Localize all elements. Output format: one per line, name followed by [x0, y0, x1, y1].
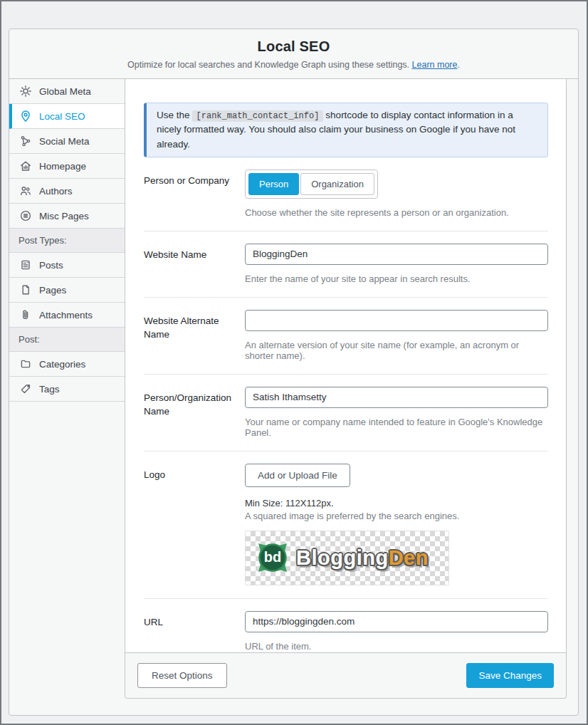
field-label: Person or Company	[144, 169, 245, 218]
sidebar-item-homepage[interactable]: Homepage	[9, 154, 125, 179]
sidebar-item-label: Attachments	[39, 310, 93, 320]
tag-icon	[19, 382, 33, 395]
organization-toggle-button[interactable]: Organization	[300, 173, 374, 195]
home-icon	[19, 160, 33, 172]
field-label: Logo	[144, 464, 245, 585]
person-org-name-input[interactable]	[245, 387, 548, 408]
sidebar-item-label: Categories	[39, 359, 85, 370]
learn-more-link[interactable]: Learn more	[412, 60, 458, 70]
logo-preview-image: bd BloggingDen	[245, 531, 449, 585]
website-alternate-name-row: Website Alternate Name An alternate vers…	[144, 298, 548, 374]
sidebar-item-authors[interactable]: Authors	[9, 179, 125, 204]
settings-footer: Reset Options Save Changes	[125, 652, 566, 698]
sidebar-item-label: Global Meta	[39, 86, 91, 97]
users-icon	[19, 184, 33, 197]
reset-options-button[interactable]: Reset Options	[137, 663, 227, 688]
settings-panel: Use the[rank_math_contact_info]shortcode…	[125, 79, 567, 699]
sidebar-item-label: Social Meta	[39, 136, 90, 147]
field-description: Your name or company name intended to fe…	[245, 417, 548, 438]
person-org-name-row: Person/Organization Name Your name or co…	[144, 375, 548, 451]
field-label: Website Alternate Name	[144, 310, 245, 361]
sidebar-item-label: Authors	[39, 186, 73, 197]
sidebar-item-misc-pages[interactable]: Misc Pages	[9, 204, 125, 229]
settings-card: Local SEO Optimize for local searches an…	[9, 28, 579, 716]
logo-squared-note: A squared image is preferred by the sear…	[245, 511, 548, 521]
sidebar-item-tags[interactable]: Tags	[9, 377, 125, 402]
sidebar-item-local-seo[interactable]: Local SEO	[9, 104, 125, 129]
field-description: Choose whether the site represents a per…	[245, 207, 548, 218]
sidebar-item-label: Misc Pages	[39, 211, 89, 221]
sidebar-item-social-meta[interactable]: Social Meta	[9, 129, 125, 154]
field-description: Enter the name of your site to appear in…	[245, 273, 548, 284]
gear-icon	[19, 85, 33, 98]
settings-content: Use the[rank_math_contact_info]shortcode…	[125, 79, 566, 652]
page-title: Local SEO	[9, 38, 578, 55]
sidebar-item-posts[interactable]: Posts	[9, 253, 125, 278]
share-nodes-icon	[19, 135, 33, 147]
page-header: Local SEO Optimize for local searches an…	[9, 29, 578, 79]
logo-wordmark: BloggingDen	[296, 546, 429, 570]
sidebar-item-attachments[interactable]: Attachments	[9, 303, 125, 328]
sidebar-item-label: Homepage	[39, 161, 86, 172]
url-row: URL URL of the item.	[144, 599, 548, 652]
field-label: URL	[144, 611, 245, 652]
logo-min-size-note: Min Size: 112X112px.	[245, 498, 548, 508]
page-subtitle: Optimize for local searches and Knowledg…	[9, 60, 578, 70]
sidebar-item-pages[interactable]: Pages	[9, 278, 125, 303]
contact-info-notice: Use the[rank_math_contact_info]shortcode…	[144, 103, 548, 157]
sidebar-item-label: Pages	[39, 285, 66, 296]
field-description: URL of the item.	[245, 641, 548, 652]
person-company-toggle: Person Organization	[245, 169, 378, 199]
add-or-upload-file-button[interactable]: Add or Upload File	[245, 464, 350, 487]
save-changes-button[interactable]: Save Changes	[466, 663, 554, 688]
folder-icon	[19, 358, 33, 370]
post-icon	[19, 259, 33, 271]
sidebar-item-categories[interactable]: Categories	[9, 352, 125, 377]
sidebar-item-global-meta[interactable]: Global Meta	[9, 79, 125, 104]
website-name-input[interactable]	[245, 244, 548, 265]
logo-row: Logo Add or Upload File Min Size: 112X11…	[144, 452, 548, 598]
field-label: Website Name	[144, 244, 245, 284]
sidebar-section-post: Post:	[9, 328, 125, 352]
list-circle-icon	[19, 209, 33, 222]
paperclip-icon	[19, 308, 33, 321]
field-description: An alternate version of your site name (…	[245, 340, 548, 361]
sidebar-item-label: Tags	[39, 384, 60, 395]
person-toggle-button[interactable]: Person	[248, 173, 299, 195]
person-or-company-row: Person or Company Person Organization Ch…	[144, 157, 548, 231]
website-name-row: Website Name Enter the name of your site…	[144, 231, 548, 297]
sidebar-item-label: Local SEO	[39, 111, 85, 122]
website-alternate-name-input[interactable]	[245, 310, 548, 331]
location-pin-icon	[19, 110, 33, 122]
sidebar-section-post-types: Post Types:	[9, 229, 125, 253]
page-icon	[19, 283, 33, 296]
bloggingden-badge-icon: bd	[253, 538, 293, 578]
shortcode-chip: [rank_math_contact_info]	[192, 110, 324, 122]
settings-sidebar: Global Meta Local SEO Social Meta Homepa…	[9, 79, 125, 402]
sidebar-item-label: Posts	[39, 260, 63, 271]
field-label: Person/Organization Name	[144, 387, 245, 438]
url-input[interactable]	[245, 611, 548, 632]
badge-initials: bd	[253, 538, 293, 578]
